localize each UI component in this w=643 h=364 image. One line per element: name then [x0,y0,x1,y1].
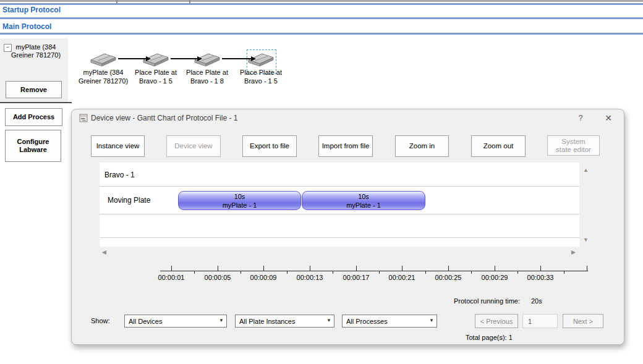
scroll-down-icon[interactable]: ▼ [583,237,589,243]
help-icon[interactable]: ? [575,112,586,124]
axis-tick-label: 00:00:29 [474,274,515,281]
dialog-title: Device view - Gantt Chart of Protocol Fi… [91,114,237,122]
plate-item-line1: myPlate (384 [16,43,56,51]
axis-tick-label: 00:00:13 [289,274,330,281]
chevron-down-icon: ▼ [429,318,434,323]
step-label-line2: Bravo - 1 8 [190,77,224,85]
gantt-dialog-icon [79,114,88,123]
process-filter-select[interactable]: All Processes ▼ [342,315,437,328]
startup-protocol-title: Startup Protocol [2,6,61,14]
previous-page-button: < Previous [475,314,518,328]
process-filter-value: All Processes [346,318,388,325]
close-icon[interactable]: ✕ [602,112,615,124]
step-label-line1: myPlate (384 [83,69,124,76]
device-filter-value: All Devices [129,318,162,325]
scroll-left-icon[interactable]: ◀ [102,249,106,255]
plate-icon[interactable] [89,51,117,68]
sidebar-divider [0,102,72,103]
axis-tick-label: 00:00:25 [428,274,469,281]
section-divider [0,33,643,35]
window-top-edge [0,0,643,2]
axis-tick-label: 00:00:01 [151,274,192,281]
next-page-button: Next > [563,314,603,328]
zoom-in-button[interactable]: Zoom in [395,135,449,157]
chevron-down-icon: ▼ [219,318,224,323]
export-to-file-button[interactable]: Export to file [242,135,297,157]
total-pages-value: 1 [509,334,513,341]
task-duration: 10s [358,193,369,200]
axis-tick-label: 00:00:09 [243,274,284,281]
axis-tick-label: 00:00:17 [336,274,377,281]
scroll-right-icon[interactable]: ▶ [571,249,576,255]
section-divider [0,3,643,5]
add-process-button[interactable]: Add Process [5,108,62,126]
flow-arrow-icon [118,58,147,59]
total-pages: Total page(s): 1 [466,334,513,341]
plate-instance-filter-select[interactable]: All Plate Instances ▼ [235,315,334,328]
step-label-line2: Bravo - 1 5 [244,77,278,85]
step-label-line2: Bravo - 1 5 [139,77,172,85]
instance-view-button[interactable]: Instance view [91,135,145,157]
system-state-editor-button: System state editor [547,135,600,156]
task-duration: 10s [234,193,245,200]
app-window: Startup Protocol Main Protocol − myPlate… [0,0,643,364]
zoom-out-button[interactable]: Zoom out [471,135,526,157]
flow-arrow-icon [222,58,252,59]
axis-tick-label: 00:00:33 [520,274,561,281]
import-from-file-button[interactable]: Import from file [318,135,373,157]
step-label-line1: Place Plate at [186,69,228,76]
task-plate: myPlate - 1 [346,201,381,209]
axis-tick-label: 00:00:05 [197,274,238,281]
show-label: Show: [91,317,110,324]
gantt-task-bar[interactable]: 10s myPlate - 1 [302,191,425,210]
sidebar-plate-item[interactable]: myPlate (384 Greiner 781270) [5,43,67,59]
total-pages-label: Total page(s): [466,334,507,341]
device-filter-select[interactable]: All Devices ▼ [124,315,227,328]
page-number-input[interactable] [522,314,558,328]
main-protocol-title: Main Protocol [2,22,51,31]
plate-item-line2: Greiner 781270) [11,51,61,59]
running-time-value: 20s [531,297,542,305]
gantt-task-bar[interactable]: 10s myPlate - 1 [178,191,301,210]
configure-labware-button[interactable]: Configure Labware [5,130,61,162]
chevron-down-icon: ▼ [326,318,331,323]
device-view-button: Device view [166,135,221,157]
gantt-process-row-label: Moving Plate [108,196,150,205]
flow-step-label: Place Plate at Bravo - 1 5 [224,68,297,85]
protocol-running-time: Protocol running time:20s [454,297,542,305]
step-label-line1: Place Plate at [240,69,282,76]
section-divider [0,17,643,19]
gantt-chart-dialog: Device view - Gantt Chart of Protocol Fi… [71,109,624,345]
running-time-label: Protocol running time: [454,297,520,305]
time-axis: 00:00:01 00:00:05 00:00:09 00:00:13 00:0… [160,266,588,288]
flow-arrow-icon [171,58,198,59]
axis-tick-label: 00:00:21 [381,274,422,281]
task-plate: myPlate - 1 [223,201,257,209]
plate-filter-value: All Plate Instances [239,318,296,325]
remove-button[interactable]: Remove [6,81,62,98]
gantt-device-row-label: Bravo - 1 [104,171,135,179]
gantt-chart-area: Bravo - 1 Moving Plate 10s myPlate - 1 1… [100,163,579,247]
scroll-up-icon[interactable]: ▲ [583,167,589,173]
